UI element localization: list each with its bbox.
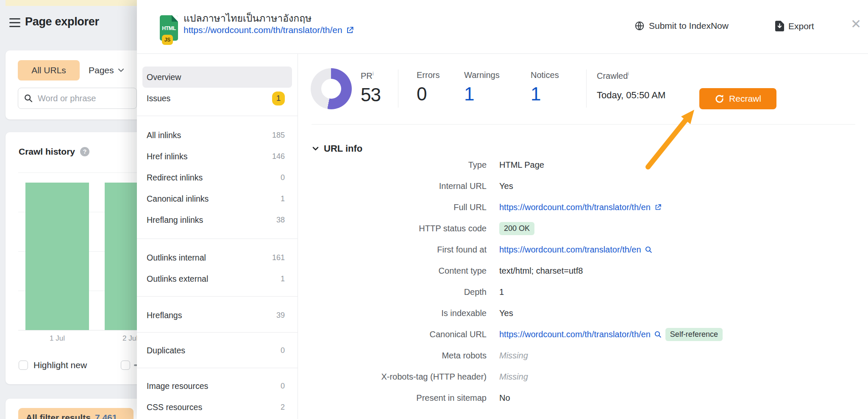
issues-count-badge: 1: [272, 92, 285, 105]
divider: [398, 69, 398, 108]
table-row: Full URL https://wordcount.com/th/transl…: [298, 197, 868, 218]
divider: [586, 69, 587, 108]
chevron-down-icon: [312, 147, 319, 151]
warnings-stat: Warnings 1: [464, 70, 500, 105]
pages-dropdown-label: Pages: [89, 65, 114, 75]
page-details-modal: HTML JS แปลภาษาไทยเป็นภาษาอังกฤษ https:/…: [137, 0, 868, 419]
row-value: text/html; charset=utf8: [499, 266, 583, 276]
sidebar-item-hreflang-inlinks[interactable]: Hreflang inlinks38: [137, 209, 298, 230]
first-found-link[interactable]: https://wordcount.com/translator/th/en: [499, 245, 641, 255]
sidebar-item-duplicates[interactable]: Duplicates0: [137, 340, 298, 361]
external-link-icon[interactable]: [346, 26, 354, 34]
table-row: Present in sitemap No: [298, 387, 868, 408]
pr-donut-chart: [311, 68, 352, 109]
gridline: [18, 172, 143, 173]
sidebar-item-href-inlinks[interactable]: Href inlinks146: [137, 146, 298, 167]
sidebar-item-overview[interactable]: Overview: [142, 67, 292, 88]
table-row: Meta robots Missing: [298, 345, 868, 366]
filter-results-card: All filter results 7,461: [6, 399, 143, 419]
recrawl-button[interactable]: Recrawl: [699, 88, 776, 109]
recrawl-label: Recrawl: [729, 94, 761, 104]
sidebar-item-outlinks-external[interactable]: Outlinks external1: [137, 268, 298, 289]
external-link-icon[interactable]: [654, 204, 662, 211]
modal-header: HTML JS แปลภาษาไทยเป็นภาษาอังกฤษ https:/…: [137, 0, 868, 54]
sidebar-item-hreflangs[interactable]: Hreflangs39: [137, 305, 298, 326]
all-filter-results-label: All filter results: [26, 413, 91, 419]
pages-dropdown[interactable]: Pages: [89, 60, 124, 80]
table-row: Is indexable Yes: [298, 302, 868, 324]
row-value: 1: [499, 287, 504, 297]
crawl-bar-1[interactable]: [25, 183, 89, 330]
modal-sidebar: Overview Issues 1 All inlinks185 Href in…: [137, 54, 298, 419]
js-badge: JS: [162, 35, 173, 45]
pr-value: 53: [361, 84, 381, 105]
row-value: Yes: [499, 181, 513, 191]
export-button[interactable]: Export: [775, 21, 814, 31]
help-icon[interactable]: ?: [80, 147, 89, 156]
export-label: Export: [788, 21, 814, 31]
search-icon[interactable]: [654, 331, 662, 338]
row-value: No: [499, 393, 510, 403]
sidebar-item-outlinks-internal[interactable]: Outlinks internal161: [137, 247, 298, 268]
document-url-link[interactable]: https://wordcount.com/th/translator/th/e…: [184, 25, 342, 35]
table-row: X-robots-tag (HTTP header) Missing: [298, 366, 868, 387]
url-info-section-header[interactable]: URL info: [312, 143, 362, 154]
sidebar-item-css-resources[interactable]: CSS resources2: [137, 397, 298, 418]
info-icon[interactable]: i: [628, 70, 629, 77]
pr-stat: PRi 53: [361, 70, 381, 105]
errors-stat: Errors 0: [417, 70, 440, 105]
document-title: แปลภาษาไทยเป็นภาษาอังกฤษ: [184, 11, 312, 26]
status-badge: 200 OK: [499, 222, 534, 235]
table-row: Type HTML Page: [298, 154, 868, 175]
crawled-stat: Crawledi Today, 05:50 AM: [597, 70, 665, 101]
second-checkbox[interactable]: [121, 361, 130, 370]
screen: Page explorer All URLs Pages Crawl histo…: [0, 0, 868, 419]
warnings-value: 1: [464, 83, 500, 105]
x-axis-line: [18, 330, 143, 330]
filter-bar-card: All URLs Pages: [6, 50, 143, 119]
row-value: HTML Page: [499, 160, 544, 170]
search-icon: [24, 94, 33, 103]
row-value: Yes: [499, 308, 513, 318]
self-reference-badge: Self-reference: [665, 328, 723, 341]
globe-icon: [634, 21, 645, 31]
table-row: Canonical URL https://wordcount.com/th/t…: [298, 324, 868, 345]
table-row: Content type text/html; charset=utf8: [298, 260, 868, 281]
divider: [312, 124, 855, 125]
canonical-url-link[interactable]: https://wordcount.com/th/translator/th/e…: [499, 330, 651, 339]
info-icon[interactable]: i: [373, 70, 374, 77]
table-row: Internal URL Yes: [298, 175, 868, 197]
table-row: First found at https://wordcount.com/tra…: [298, 239, 868, 260]
search-icon[interactable]: [645, 246, 652, 253]
submit-to-indexnow-button[interactable]: Submit to IndexNow: [634, 21, 729, 31]
notices-value: 1: [531, 83, 559, 105]
sidebar-item-image-resources[interactable]: Image resources0: [137, 375, 298, 397]
url-info-table: Type HTML Page Internal URL Yes Full URL…: [298, 154, 868, 408]
close-icon[interactable]: ✕: [851, 18, 861, 31]
submit-to-indexnow-label: Submit to IndexNow: [649, 21, 729, 31]
search-input[interactable]: [38, 94, 131, 103]
errors-value: 0: [417, 83, 440, 105]
sidebar-item-issues[interactable]: Issues 1: [137, 88, 298, 109]
x-tick-label: 1 Jul: [45, 334, 70, 343]
tab-all-urls[interactable]: All URLs: [18, 60, 80, 80]
sidebar-item-canonical-inlinks[interactable]: Canonical inlinks1: [137, 188, 298, 209]
search-input-wrapper: [18, 88, 137, 109]
crawl-history-title: Crawl history: [19, 147, 75, 157]
full-url-link[interactable]: https://wordcount.com/th/translator/th/e…: [499, 203, 651, 212]
export-icon: [775, 21, 784, 31]
sidebar-item-all-inlinks[interactable]: All inlinks185: [137, 125, 298, 146]
row-value: Missing: [499, 372, 528, 382]
hamburger-menu-icon[interactable]: [9, 18, 20, 27]
notification-banner-strip: [6, 0, 137, 6]
highlight-new-label: Highlight new: [33, 360, 87, 370]
sidebar-item-redirect-inlinks[interactable]: Redirect inlinks0: [137, 167, 298, 188]
refresh-icon: [715, 94, 724, 104]
table-row: Depth 1: [298, 281, 868, 302]
tab-all-urls-label: All URLs: [31, 65, 66, 75]
row-value: Missing: [499, 351, 528, 361]
highlight-new-checkbox[interactable]: [19, 361, 28, 370]
notices-stat: Notices 1: [531, 70, 559, 105]
all-filter-results-count: 7,461: [95, 413, 117, 419]
all-filter-results-tab[interactable]: All filter results 7,461: [18, 408, 134, 419]
